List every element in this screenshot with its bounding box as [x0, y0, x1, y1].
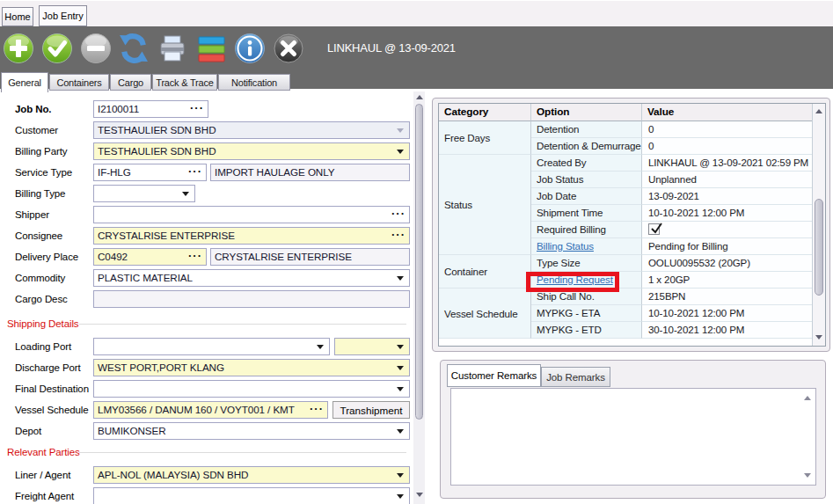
depot-combobox[interactable]: BUMIKONSER	[93, 422, 410, 440]
liner-agent-dropdown-icon[interactable]	[397, 473, 404, 478]
consignee-input[interactable]: CRYSTALRISE ENTERPRISE ···	[93, 227, 410, 245]
depot-dropdown-icon[interactable]	[397, 429, 404, 434]
cargo-desc-input[interactable]	[93, 290, 410, 308]
customer-combobox[interactable]: TESTHAULIER SDN BHD	[93, 121, 410, 139]
refresh-icon[interactable]	[118, 33, 150, 64]
info-icon[interactable]	[234, 33, 266, 64]
tab-cargo[interactable]: Cargo	[110, 74, 151, 91]
tab-general[interactable]: General	[1, 72, 48, 92]
grid-header-category[interactable]: Category	[439, 104, 531, 121]
service-type-description: IMPORT HAULAGE ONLY	[210, 164, 410, 181]
liner-agent-value: APL-NOL (MALAYSIA) SDN BHD	[98, 469, 248, 480]
grid-value: LINKHAUL @ 13-09-2021 02:59 PM	[642, 155, 812, 172]
pending-request-link[interactable]: Pending Request	[537, 274, 613, 285]
grid-option: Type Size	[531, 255, 642, 272]
loading-port-combobox[interactable]	[93, 338, 330, 355]
shipping-details-section-header: Shipping Details	[7, 318, 79, 330]
liner-agent-label: Liner / Agent	[15, 466, 70, 484]
form-scrollbar-thumb[interactable]	[415, 104, 423, 420]
tab-customer-remarks-label: Customer Remarks	[451, 370, 537, 381]
delivery-place-input[interactable]: C0492 ···	[93, 248, 207, 266]
transhipment-button[interactable]: Transhipment	[332, 401, 410, 419]
remove-icon[interactable]	[80, 33, 112, 64]
billing-type-dropdown-icon[interactable]	[182, 192, 189, 196]
grid-option: Job Status	[531, 172, 642, 188]
loading-port-terminal-combobox[interactable]	[334, 338, 410, 355]
grid-option: Ship Call No.	[531, 289, 642, 305]
vessel-schedule-input[interactable]: LMY03566 / DANUM 160 / VOYT001 / KMT ···	[93, 401, 328, 419]
report-icon[interactable]	[195, 33, 227, 64]
tab-job-remarks[interactable]: Job Remarks	[541, 367, 610, 387]
form-scrollbar[interactable]	[413, 91, 425, 504]
grid-value: 1 x 20GP	[642, 272, 812, 289]
print-icon[interactable]	[157, 33, 188, 64]
commodity-value: PLASTIC MATERIAL	[98, 272, 193, 283]
service-type-browse-icon[interactable]: ···	[188, 164, 202, 180]
consignee-browse-icon[interactable]: ···	[391, 228, 406, 244]
grid-header-option[interactable]: Option	[531, 104, 642, 121]
freight-agent-combobox[interactable]	[93, 487, 410, 504]
job-entry-window: Home Job Entry	[0, 0, 833, 504]
service-type-input[interactable]: IF-HLG ···	[93, 164, 207, 181]
discharge-port-combobox[interactable]: WEST PORT,PORT KLANG	[93, 359, 410, 376]
delivery-place-description-value: CRYSTALRISE ENTERPRISE	[215, 251, 352, 262]
final-destination-combobox[interactable]	[93, 380, 410, 398]
form-scrollbar-down-icon[interactable]	[413, 489, 425, 500]
final-destination-dropdown-icon[interactable]	[397, 387, 404, 391]
loading-port-dropdown-icon[interactable]	[317, 345, 324, 349]
vessel-schedule-browse-icon[interactable]: ···	[310, 402, 324, 418]
final-destination-label: Final Destination	[15, 380, 89, 398]
tab-customer-remarks[interactable]: Customer Remarks	[447, 364, 541, 387]
grid-option: Detention	[531, 121, 642, 138]
billing-status-link[interactable]: Billing Status	[537, 240, 594, 252]
delivery-place-label: Delivery Place	[15, 248, 78, 266]
tab-job-entry-label: Job Entry	[42, 11, 83, 21]
tab-job-remarks-label: Job Remarks	[546, 372, 605, 383]
shipper-input[interactable]: ···	[93, 206, 410, 223]
tab-containers[interactable]: Containers	[49, 74, 109, 91]
vessel-schedule-label: Vessel Schedule	[15, 401, 89, 419]
commodity-label: Commodity	[15, 269, 65, 287]
shipping-details-divider	[79, 324, 406, 325]
billing-party-dropdown-icon[interactable]	[397, 150, 404, 154]
grid-scrollbar-down-icon[interactable]	[813, 332, 825, 343]
remarks-scroll-up-icon[interactable]	[804, 396, 811, 400]
tab-track-trace[interactable]: Track & Trace	[152, 74, 217, 91]
tab-job-entry[interactable]: Job Entry	[39, 5, 87, 26]
grid-value: 0	[642, 121, 812, 138]
shipper-browse-icon[interactable]: ···	[391, 207, 406, 223]
loading-port-label: Loading Port	[15, 338, 71, 355]
commodity-combobox[interactable]: PLASTIC MATERIAL	[93, 269, 410, 287]
grid-header-value[interactable]: Value	[642, 104, 812, 121]
grid-option: Job Date	[531, 188, 642, 205]
grid-scrollbar[interactable]	[812, 104, 825, 346]
tab-notification[interactable]: Notification	[218, 74, 290, 91]
job-no-input[interactable]: I2100011 ···	[93, 100, 208, 118]
discharge-port-label: Discharge Port	[15, 359, 81, 376]
freight-agent-dropdown-icon[interactable]	[397, 494, 404, 499]
confirm-icon[interactable]	[41, 33, 73, 64]
grid-option: MYPKG - ETA	[531, 305, 642, 322]
required-billing-checkbox[interactable]	[648, 223, 660, 235]
grid-value: 10-10-2021 12:00 PM	[642, 305, 812, 322]
liner-agent-combobox[interactable]: APL-NOL (MALAYSIA) SDN BHD	[93, 466, 410, 484]
tab-home[interactable]: Home	[2, 7, 33, 26]
delivery-place-browse-icon[interactable]: ···	[188, 249, 202, 265]
close-icon[interactable]	[273, 33, 304, 64]
loading-port-terminal-dropdown-icon[interactable]	[397, 345, 404, 349]
commodity-dropdown-icon[interactable]	[397, 276, 404, 281]
form-scrollbar-up-icon[interactable]	[413, 91, 425, 103]
customer-dropdown-icon[interactable]	[397, 128, 404, 133]
add-icon[interactable]	[3, 33, 34, 64]
billing-party-combobox[interactable]: TESTHAULIER SDN BHD	[93, 142, 410, 160]
discharge-port-dropdown-icon[interactable]	[397, 366, 404, 370]
job-no-browse-icon[interactable]: ···	[190, 101, 204, 117]
pending-request-option-cell: Pending Request	[531, 272, 642, 289]
grid-scrollbar-thumb[interactable]	[815, 199, 823, 296]
remarks-scroll-down-icon[interactable]	[804, 473, 811, 478]
grid-scrollbar-up-icon[interactable]	[813, 106, 825, 117]
customer-remarks-textarea[interactable]	[450, 388, 816, 486]
delivery-place-code: C0492	[98, 251, 128, 262]
delivery-place-description: CRYSTALRISE ENTERPRISE	[210, 248, 410, 266]
billing-type-combobox[interactable]	[93, 185, 195, 202]
